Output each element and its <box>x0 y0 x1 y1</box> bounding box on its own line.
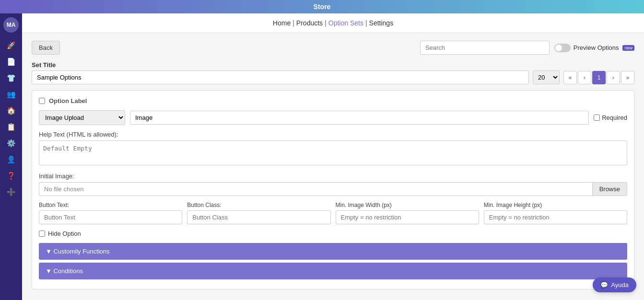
sidebar-icon-settings[interactable]: ⚙️ <box>5 137 17 150</box>
option-type-row: Image Upload Text Select Required <box>39 110 627 125</box>
file-input-row: No file chosen Browse <box>39 182 627 196</box>
pagination-current[interactable]: 1 <box>592 71 606 84</box>
browse-button[interactable]: Browse <box>592 182 627 196</box>
ayuda-button[interactable]: 💬 Ayuda <box>593 277 636 292</box>
customily-functions-accordion[interactable]: ▼ Customily Functions <box>39 243 627 260</box>
pagination-first[interactable]: « <box>563 71 577 84</box>
sidebar-icon-users[interactable]: 👥 <box>5 88 17 101</box>
required-row: Required <box>594 114 627 121</box>
set-title-label: Set Title <box>32 61 634 69</box>
sidebar-icon-list[interactable]: 📋 <box>5 121 17 133</box>
nav-bar: Home | Products | Option Sets | Settings <box>22 13 644 33</box>
nav-home[interactable]: Home <box>273 19 291 27</box>
avatar[interactable]: MA <box>3 17 19 33</box>
fields-row: Button Text: Button Class: Min. Image Wi… <box>39 202 627 224</box>
option-select-checkbox[interactable] <box>39 98 45 104</box>
hide-option-checkbox[interactable] <box>39 231 45 237</box>
search-input[interactable] <box>420 41 550 55</box>
option-header: Option Label <box>39 97 627 104</box>
sidebar-icon-add[interactable]: ➕ <box>5 186 17 198</box>
sidebar-icon-document[interactable]: 📄 <box>5 56 17 68</box>
set-title-controls: 20 50 100 « ‹ 1 › » <box>32 70 634 84</box>
button-text-input[interactable] <box>39 210 182 224</box>
customily-functions-label: ▼ Customily Functions <box>46 248 110 255</box>
option-card: Option Label Image Upload Text Select Re… <box>32 90 634 289</box>
pagination-next[interactable]: › <box>607 71 620 84</box>
file-display: No file chosen <box>39 182 592 196</box>
button-class-group: Button Class: <box>187 202 330 224</box>
sidebar-icon-help[interactable]: ❓ <box>5 170 17 182</box>
nav-option-sets[interactable]: Option Sets <box>328 19 363 27</box>
search-preview-area: Preview Options new <box>420 41 634 55</box>
option-type-select[interactable]: Image Upload Text Select <box>39 110 125 125</box>
pagination-last[interactable]: » <box>621 71 634 84</box>
preview-toggle: Preview Options new <box>554 44 634 52</box>
app-title: Store <box>314 3 331 11</box>
main-content: Home | Products | Option Sets | Settings… <box>22 13 644 300</box>
hide-option-label: Hide Option <box>48 230 81 237</box>
preview-options-toggle[interactable] <box>554 44 571 52</box>
toolbar-row: Back Preview Options new <box>32 41 634 55</box>
nav-sep-1: | <box>293 19 294 27</box>
set-title-row: Set Title 20 50 100 « ‹ 1 › » <box>32 61 634 84</box>
nav-settings[interactable]: Settings <box>369 19 394 27</box>
required-checkbox[interactable] <box>594 115 600 121</box>
new-badge: new <box>622 45 634 51</box>
back-button[interactable]: Back <box>32 41 60 55</box>
min-height-label: Min. Image Height (px) <box>484 202 627 208</box>
min-width-group: Min. Image Width (px) <box>336 202 479 224</box>
min-width-label: Min. Image Width (px) <box>336 202 479 208</box>
button-class-input[interactable] <box>187 210 330 224</box>
button-text-label: Button Text: <box>39 202 182 208</box>
top-bar: Store <box>0 0 644 13</box>
sidebar-icon-user[interactable]: 👤 <box>5 153 17 166</box>
hide-option-row: Hide Option <box>39 230 627 237</box>
min-width-input[interactable] <box>336 210 479 224</box>
per-page-select[interactable]: 20 50 100 <box>533 70 560 84</box>
help-text-input[interactable] <box>39 140 627 165</box>
initial-image-label: Initial Image: <box>39 173 627 180</box>
pagination-prev[interactable]: ‹ <box>578 71 591 84</box>
option-label-heading: Option Label <box>49 97 87 104</box>
pagination: « ‹ 1 › » <box>563 71 634 84</box>
help-text-label: Help Text (HTML is allowed): <box>39 131 627 138</box>
sidebar: MA 🚀 📄 👕 👥 🏠 📋 ⚙️ 👤 ❓ ➕ <box>0 13 22 300</box>
preview-options-label: Preview Options <box>574 44 619 51</box>
set-title-input[interactable] <box>32 70 529 84</box>
min-height-group: Min. Image Height (px) <box>484 202 627 224</box>
required-label: Required <box>602 114 627 121</box>
conditions-label: ▼ Conditions <box>46 267 83 275</box>
page-content: Back Preview Options new Set Title 20 <box>22 33 644 300</box>
min-height-input[interactable] <box>484 210 627 224</box>
nav-sep-3: | <box>365 19 367 27</box>
sidebar-icon-store[interactable]: 🏠 <box>5 104 17 117</box>
nav-products[interactable]: Products <box>296 19 323 27</box>
button-text-group: Button Text: <box>39 202 182 224</box>
sidebar-icon-shirt[interactable]: 👕 <box>5 72 17 84</box>
sidebar-icon-rocket[interactable]: 🚀 <box>5 39 17 52</box>
chat-icon: 💬 <box>600 281 608 288</box>
button-class-label: Button Class: <box>187 202 330 208</box>
ayuda-label: Ayuda <box>611 281 629 288</box>
option-label-input[interactable] <box>130 111 589 125</box>
conditions-accordion[interactable]: ▼ Conditions <box>39 263 627 279</box>
nav-sep-2: | <box>325 19 327 27</box>
